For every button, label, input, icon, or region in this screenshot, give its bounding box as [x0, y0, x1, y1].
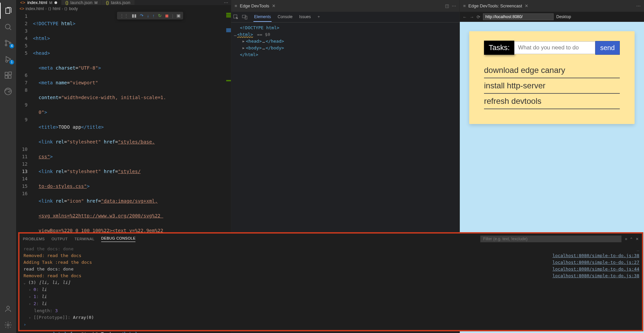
debug-console-panel: PROBLEMS OUTPUT TERMINAL DEBUG CONSOLE ≡… — [18, 232, 643, 331]
chevron-right-icon: › — [62, 6, 63, 11]
chevron-right-icon: › — [45, 6, 47, 11]
svg-point-0 — [5, 24, 10, 29]
screencast-tab[interactable]: ≡ Edge DevTools: Screencast ✕ ⋯ — [460, 0, 644, 12]
breadcrumb[interactable]: <> index.html › ⟨⟩ html › ⟨⟩ body — [16, 5, 231, 12]
device-select[interactable]: Desktop — [556, 14, 571, 19]
svg-rect-8 — [9, 72, 11, 75]
more-icon[interactable]: ⋯ — [224, 0, 228, 5]
list-icon: ≡ — [463, 3, 466, 8]
add-tab-icon[interactable]: + — [317, 12, 321, 22]
html-file-icon: <> — [20, 0, 25, 5]
expand-icon[interactable]: ▶ — [242, 38, 244, 45]
dirty-dot-icon — [54, 1, 57, 4]
caret-down-icon[interactable]: ⌄ — [24, 280, 27, 286]
source-link[interactable]: localhost:8080/simple-to-do.js:38 — [530, 273, 639, 279]
tab-launch-json[interactable]: {} launch.json M — [62, 0, 102, 5]
dom-selection-hint: == $0 — [257, 31, 270, 38]
tab-terminal[interactable]: TERMINAL — [74, 237, 94, 241]
send-button[interactable]: send — [595, 41, 620, 55]
tab-console[interactable]: Console — [277, 12, 293, 22]
reload-icon[interactable]: ⟳ — [477, 14, 480, 19]
dom-tree[interactable]: <!DOCTYPE html> …<html> == $0 ▶<head>…</… — [231, 23, 459, 60]
screencast-title: Edge DevTools: Screencast — [469, 3, 522, 8]
svg-rect-7 — [8, 76, 11, 78]
forward-icon[interactable]: → — [470, 14, 474, 19]
debug-badge: 1 — [9, 60, 14, 65]
json-file-icon: {} — [66, 0, 69, 5]
dom-doctype: <!DOCTYPE html> — [240, 25, 279, 31]
task-input[interactable] — [514, 41, 595, 54]
url-input[interactable] — [483, 13, 554, 20]
todo-app: Tasks: send download edge canary install… — [469, 31, 635, 124]
svg-rect-5 — [5, 72, 8, 75]
caret-right-icon[interactable]: › — [29, 294, 32, 300]
more-icon[interactable]: ⋯ — [452, 3, 456, 8]
html-file-icon: <> — [19, 6, 24, 11]
console-filter-input[interactable] — [480, 236, 621, 242]
breadcrumb-item[interactable]: html — [53, 6, 61, 11]
console-output[interactable]: read the docs: done Removed: read the do… — [19, 244, 528, 330]
tab-elements[interactable]: Elements — [253, 12, 272, 22]
tab-modified: M — [94, 1, 97, 5]
list-item[interactable]: refresh devtools — [484, 94, 620, 109]
tasks-label: Tasks: — [484, 41, 514, 55]
tab-label: index.html — [27, 0, 47, 5]
close-icon[interactable]: ✕ — [272, 3, 276, 8]
svg-point-1 — [5, 40, 7, 42]
tab-debug-console[interactable]: DEBUG CONSOLE — [101, 236, 135, 242]
console-sources: localhost:8080/simple-to-do.js:38 localh… — [528, 244, 642, 330]
svg-point-4 — [6, 60, 8, 62]
more-icon[interactable]: ⋯ — [636, 3, 641, 8]
source-control-icon[interactable]: 4 — [0, 35, 16, 51]
search-icon[interactable] — [0, 19, 16, 35]
caret-right-icon[interactable]: › — [29, 287, 32, 293]
tab-problems[interactable]: PROBLEMS — [23, 237, 45, 241]
tab-issues[interactable]: Issues — [298, 12, 312, 22]
tab-output[interactable]: OUTPUT — [51, 237, 68, 241]
brackets-icon: ⟨⟩ — [48, 6, 51, 11]
console-line: Removed: read the docs — [24, 273, 524, 279]
devtools-tab[interactable]: ≡ Edge DevTools ✕ ◫ ⋯ — [231, 0, 459, 12]
devtools-toolbar: Elements Console Issues + — [231, 12, 459, 23]
tab-index-html[interactable]: <> index.html M — [16, 0, 62, 5]
scm-badge: 4 — [9, 44, 14, 48]
source-link[interactable]: localhost:8080/simple-to-do.js:44 — [530, 266, 639, 273]
caret-right-icon[interactable]: › — [29, 301, 32, 307]
source-link[interactable]: localhost:8080/simple-to-do.js:27 — [530, 259, 639, 266]
device-toggle-icon[interactable] — [242, 14, 247, 20]
console-line: Removed: read the docs — [24, 252, 524, 259]
close-icon[interactable]: ✕ — [525, 3, 528, 8]
breadcrumb-item[interactable]: index.html — [26, 6, 44, 11]
edge-icon[interactable] — [0, 83, 16, 99]
todo-list: download edge canary install http-server… — [484, 63, 620, 109]
list-item[interactable]: download edge canary — [484, 63, 620, 78]
editor-tabs: <> index.html M {} launch.json M {} task… — [16, 0, 231, 5]
console-line: Adding Task :read the docs — [24, 259, 524, 266]
console-line: read the docs: done — [24, 266, 524, 273]
clear-icon[interactable]: ≡ — [625, 237, 627, 241]
json-file-icon: {} — [106, 0, 109, 5]
inspect-icon[interactable] — [233, 14, 239, 20]
list-item[interactable]: install http-server — [484, 78, 620, 94]
console-line: read the docs: done — [24, 246, 524, 252]
explorer-icon[interactable]: 1 — [0, 3, 16, 19]
breadcrumb-item[interactable]: body — [69, 6, 78, 11]
run-debug-icon[interactable]: 1 — [0, 51, 16, 67]
list-icon: ≡ — [235, 3, 237, 8]
svg-point-2 — [5, 44, 7, 46]
tab-modified: M — [49, 1, 52, 5]
expand-icon[interactable]: ▶ — [242, 45, 244, 51]
back-icon[interactable]: ← — [462, 14, 467, 19]
tab-tasks-json[interactable]: {} tasks.json — [102, 0, 135, 5]
collapse-icon[interactable]: ^ — [631, 237, 632, 241]
panel-tabs: PROBLEMS OUTPUT TERMINAL DEBUG CONSOLE ≡… — [19, 234, 642, 244]
close-panel-icon[interactable]: ✕ — [636, 237, 639, 241]
tab-label: tasks.json — [111, 0, 130, 5]
devtools-title: Edge DevTools — [240, 3, 269, 8]
tab-label: launch.json — [70, 0, 92, 5]
caret-right-icon[interactable]: › — [29, 315, 32, 321]
source-link[interactable]: localhost:8080/simple-to-do.js:38 — [530, 252, 639, 259]
extensions-icon[interactable] — [0, 67, 16, 83]
split-icon[interactable]: ◫ — [445, 3, 449, 8]
svg-rect-6 — [5, 76, 8, 78]
